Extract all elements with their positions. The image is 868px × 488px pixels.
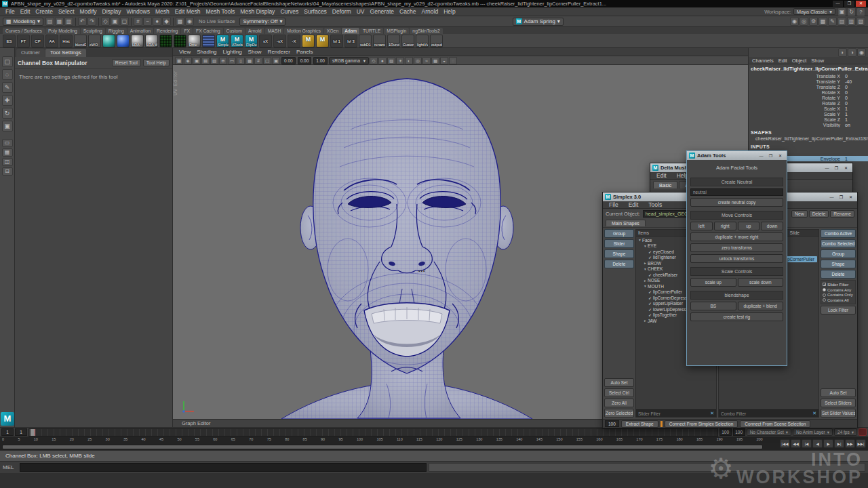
unlock-transforms-button[interactable]: unlock transforms bbox=[690, 254, 783, 263]
open-scene-icon[interactable]: ▦ bbox=[55, 17, 64, 26]
shelf-button-lvl-1[interactable]: lvl 1 bbox=[330, 35, 343, 47]
adam-duplicate-blend-button[interactable]: duplicate + blend bbox=[738, 302, 784, 310]
simplex-auto-set-button[interactable]: Auto Set bbox=[604, 378, 634, 387]
shelf-tab-mash[interactable]: MASH bbox=[265, 28, 284, 34]
reset-tool-button[interactable]: Reset Tool bbox=[112, 59, 141, 66]
lock-filter-button[interactable]: Lock Filter bbox=[821, 306, 856, 314]
resolution-gate-icon[interactable]: ▯ bbox=[237, 57, 245, 64]
shelf-button-lightview[interactable]: lightView bbox=[416, 35, 429, 47]
view-transform-select[interactable]: sRGB gamma ▾ bbox=[329, 57, 369, 64]
checkbox-checked-icon[interactable]: ✓ bbox=[648, 312, 652, 317]
adam-scale-down-button[interactable]: scale down bbox=[738, 278, 784, 287]
shelf-button-subd1v[interactable]: subD1v bbox=[359, 35, 372, 47]
command-language-label[interactable]: MEL bbox=[3, 464, 18, 470]
shelf-tab-poly-modeling[interactable]: Poly Modeling bbox=[45, 28, 80, 34]
channel-box-menu-object[interactable]: Object bbox=[792, 58, 807, 64]
menu-file[interactable]: File bbox=[3, 8, 18, 15]
channel-scale-x[interactable]: Scale X1 bbox=[749, 106, 868, 111]
channel-box-toggle-icon[interactable]: ▤ bbox=[837, 17, 846, 26]
menu-set-select[interactable]: ▦ Modeling ▾ bbox=[3, 18, 43, 26]
channel-scale-z-value[interactable]: 1 bbox=[845, 117, 865, 122]
paint-select-tool-icon[interactable]: ✎ bbox=[2, 82, 13, 93]
slider-filter-input[interactable]: Slider Filter ✕ bbox=[636, 409, 716, 417]
shelf-tab-animation[interactable]: Animation bbox=[127, 28, 153, 34]
expand-icon[interactable]: ▸ bbox=[643, 261, 648, 265]
shelf-button-simplex[interactable]: MSimplex bbox=[216, 35, 229, 47]
channel-scale-z[interactable]: Scale Z1 bbox=[749, 117, 868, 122]
simplex-select-sliders-button[interactable]: Select Sliders bbox=[821, 399, 856, 407]
slider-item-lipcornerpuller[interactable]: lipCornerPuller bbox=[783, 256, 817, 262]
simplex-group-button[interactable]: Group bbox=[604, 229, 634, 238]
range-start-field[interactable]: 1 bbox=[1, 428, 14, 436]
simplex-extract-shape-button[interactable]: Extract Shape bbox=[621, 420, 658, 428]
shelf-tab-fx-caching[interactable]: FX Caching bbox=[193, 28, 223, 34]
checkbox-checked-icon[interactable]: ✓ bbox=[648, 296, 652, 300]
simplex-zero-selected-button[interactable]: Zero Selected bbox=[604, 409, 634, 418]
channel-rotate-x[interactable]: Rotate X0 bbox=[749, 89, 868, 95]
shelf-button-icon-7[interactable] bbox=[102, 35, 115, 47]
snap-to-curve-icon[interactable]: ~ bbox=[143, 17, 152, 26]
shelf-button-custom[interactable]: Custom bbox=[401, 35, 414, 47]
shelf-button-icon-8[interactable] bbox=[117, 35, 130, 47]
shelf-button-lvl-3[interactable]: lvl 3 bbox=[344, 35, 357, 47]
select-by-object-icon[interactable]: ▣ bbox=[111, 17, 119, 26]
adam-scale-up-button[interactable]: scale up bbox=[690, 278, 736, 287]
2d-pan-zoom-icon[interactable]: ⊕ bbox=[219, 57, 227, 64]
shelf-button-1runder[interactable]: 1Runder bbox=[387, 35, 400, 47]
shelf-button-outputb[interactable]: outputB bbox=[430, 35, 443, 47]
paint-effects-icon[interactable]: ✎ bbox=[828, 17, 837, 26]
viewport-menu-lighting[interactable]: Lighting bbox=[220, 49, 245, 55]
clear-filter-icon[interactable]: ✕ bbox=[710, 411, 714, 416]
save-scene-icon[interactable]: ▥ bbox=[64, 17, 73, 26]
simplex-shape-button[interactable]: Shape bbox=[821, 260, 856, 268]
channel-translate-z[interactable]: Translate Z0 bbox=[749, 84, 868, 89]
film-gate-icon[interactable]: ▭ bbox=[228, 57, 236, 64]
shelf-button-icon-22[interactable]: M bbox=[316, 35, 329, 47]
create-test-rig-button[interactable]: create test rig bbox=[690, 312, 783, 321]
shelf-button-sx[interactable]: -sX bbox=[273, 35, 286, 47]
range-slider-bar[interactable] bbox=[2, 445, 763, 449]
simplex-group-button[interactable]: Group bbox=[821, 249, 856, 258]
construction-history-icon[interactable]: ▩ bbox=[176, 17, 184, 26]
fps-select[interactable]: 24 fps ▾ bbox=[834, 428, 857, 436]
shape-node-name[interactable]: cheekRaiser_lidTightener_lipCornerPuller… bbox=[749, 136, 868, 142]
workspace-reset-icon[interactable]: ↻ bbox=[847, 7, 856, 16]
new-scene-icon[interactable]: ▤ bbox=[45, 17, 54, 26]
simplex-menu-file[interactable]: File bbox=[606, 201, 621, 208]
medium-speed-icon[interactable]: ◑ bbox=[848, 48, 856, 57]
channel-visibility-value[interactable]: on bbox=[845, 123, 865, 127]
menu-create[interactable]: Create bbox=[33, 8, 56, 15]
shadows-icon[interactable]: ◐ bbox=[405, 57, 413, 64]
tool-settings-toggle-icon[interactable]: ▧ bbox=[856, 17, 865, 26]
simplex-shape-button[interactable]: Shape bbox=[604, 249, 634, 258]
adam-bs-button[interactable]: BS bbox=[690, 302, 736, 310]
channel-scale-y[interactable]: Scale Y1 bbox=[749, 111, 868, 117]
shelf-tab-xgen[interactable]: XGen bbox=[324, 28, 341, 34]
zero-transforms-button[interactable]: zero transforms bbox=[690, 243, 783, 252]
simplex-connect-from-simplex-selection-button[interactable]: Connect From Simplex Selection bbox=[665, 420, 738, 428]
menu-mesh-tools[interactable]: Mesh Tools bbox=[203, 8, 238, 15]
channel-rotate-y[interactable]: Rotate Y0 bbox=[749, 95, 868, 100]
close-button[interactable]: ✕ bbox=[846, 194, 855, 201]
textured-display-icon[interactable]: ▨ bbox=[387, 57, 395, 64]
select-by-component-icon[interactable]: ▢ bbox=[120, 17, 129, 26]
adam-up-button[interactable]: up bbox=[738, 222, 760, 230]
rotate-tool-icon[interactable]: ↻ bbox=[2, 108, 13, 119]
scale-tool-icon[interactable]: ▣ bbox=[2, 121, 13, 131]
simplex-menu-tools[interactable]: Tools bbox=[646, 201, 665, 208]
collapse-icon[interactable]: ▾ bbox=[643, 284, 648, 288]
menu-display[interactable]: Display bbox=[100, 8, 124, 15]
channel-box-object-name[interactable]: cheekRaiser_lidTightener_lipCornerPuller… bbox=[749, 64, 868, 73]
menu-uv[interactable]: UV bbox=[354, 8, 368, 15]
attribute-editor-toggle-icon[interactable]: ▥ bbox=[847, 17, 856, 26]
minimize-button[interactable]: — bbox=[827, 194, 836, 201]
shelf-tab-sculpting[interactable]: Sculpting bbox=[81, 28, 105, 34]
shelf-button-icon-21[interactable]: M bbox=[302, 35, 315, 47]
simplex-set-slider-values-button[interactable]: Set Slider Values bbox=[821, 409, 856, 418]
adam-tools-title-bar[interactable]: M Adam Tools —❐✕ bbox=[687, 151, 787, 160]
shelf-button-atools[interactable]: MATools bbox=[231, 35, 243, 47]
shelf-tab-turtle[interactable]: TURTLE bbox=[360, 28, 383, 34]
main-shapes-tab[interactable]: Main Shapes bbox=[606, 220, 646, 226]
shelf-button-es[interactable]: ES bbox=[3, 35, 16, 47]
menu-modify[interactable]: Modify bbox=[77, 8, 100, 15]
